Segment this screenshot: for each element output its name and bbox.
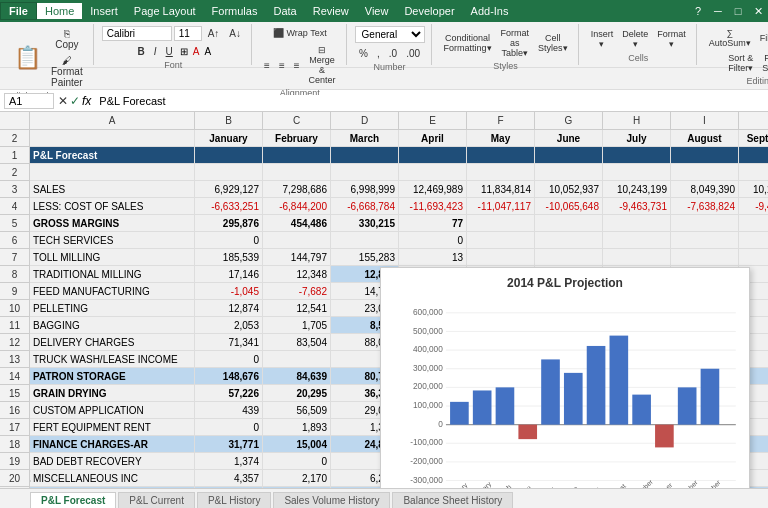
cell-r2-c3[interactable] [331, 164, 399, 181]
cell-r14-c1[interactable]: 148,676 [195, 368, 263, 385]
cell-reference-input[interactable]: A1 [4, 93, 54, 109]
font-size-input[interactable] [174, 26, 202, 41]
col-label-8[interactable]: August [671, 130, 739, 147]
tab-sales-volume-history[interactable]: Sales Volume History [273, 492, 390, 508]
cell-r5-c4[interactable]: 77 [399, 215, 467, 232]
cell-r14-c2[interactable]: 84,639 [263, 368, 331, 385]
restore-icon[interactable]: □ [728, 1, 748, 21]
cell-r1-c1[interactable] [195, 147, 263, 164]
col-header-f[interactable]: F [467, 112, 535, 130]
cell-r18-c2[interactable]: 15,004 [263, 436, 331, 453]
cell-r15-c2[interactable]: 20,295 [263, 385, 331, 402]
cell-r6-c3[interactable] [331, 232, 399, 249]
percent-button[interactable]: % [355, 46, 372, 61]
cell-r4-c3[interactable]: -6,668,784 [331, 198, 399, 215]
cell-r5-c0[interactable]: GROSS MARGINS [30, 215, 195, 232]
cell-r5-c3[interactable]: 330,215 [331, 215, 399, 232]
cell-r3-c5[interactable]: 11,834,814 [467, 181, 535, 198]
cell-r15-c1[interactable]: 57,226 [195, 385, 263, 402]
col-label-1[interactable]: January [195, 130, 263, 147]
cell-r1-c3[interactable] [331, 147, 399, 164]
find-select-button[interactable]: Find &Select▾ [758, 51, 768, 75]
cell-r2-c4[interactable] [399, 164, 467, 181]
cell-r11-c1[interactable]: 2,053 [195, 317, 263, 334]
cell-r1-c9[interactable] [739, 147, 768, 164]
number-format-select[interactable]: General Number Currency [355, 26, 425, 43]
cell-r7-c5[interactable] [467, 249, 535, 266]
cell-r21-c1[interactable]: 14,414 [195, 487, 263, 488]
col-label-3[interactable]: March [331, 130, 399, 147]
cell-r13-c2[interactable] [263, 351, 331, 368]
table-row[interactable] [30, 164, 768, 181]
cell-r4-c1[interactable]: -6,633,251 [195, 198, 263, 215]
cell-r9-c0[interactable]: FEED MANUFACTURING [30, 283, 195, 300]
cell-r12-c2[interactable]: 83,504 [263, 334, 331, 351]
font-color-button[interactable]: A [202, 46, 213, 57]
col-label-5[interactable]: May [467, 130, 535, 147]
cell-r4-c8[interactable]: -7,638,824 [671, 198, 739, 215]
cell-r2-c9[interactable] [739, 164, 768, 181]
cell-r11-c2[interactable]: 1,705 [263, 317, 331, 334]
cell-r2-c7[interactable] [603, 164, 671, 181]
cell-r20-c2[interactable]: 2,170 [263, 470, 331, 487]
confirm-formula-icon[interactable]: ✓ [70, 94, 80, 108]
fill-color-button[interactable]: A [191, 46, 202, 57]
cell-r10-c2[interactable]: 12,541 [263, 300, 331, 317]
cell-r17-c0[interactable]: FERT EQUIPMENT RENT [30, 419, 195, 436]
cell-r7-c4[interactable]: 13 [399, 249, 467, 266]
tab-pl-history[interactable]: P&L History [197, 492, 271, 508]
col-header-g[interactable]: G [535, 112, 603, 130]
cell-r7-c6[interactable] [535, 249, 603, 266]
cell-r21-c2[interactable]: 39,973 [263, 487, 331, 488]
paste-button[interactable]: 📋 [10, 43, 45, 73]
cell-r1-c5[interactable] [467, 147, 535, 164]
cell-r3-c8[interactable]: 8,049,390 [671, 181, 739, 198]
table-row[interactable]: P&L Forecast [30, 147, 768, 164]
cell-r12-c0[interactable]: DELIVERY CHARGES [30, 334, 195, 351]
cell-r4-c4[interactable]: -11,693,423 [399, 198, 467, 215]
cell-r7-c7[interactable] [603, 249, 671, 266]
cell-r6-c0[interactable]: TECH SERVICES [30, 232, 195, 249]
table-row[interactable]: GROSS MARGINS295,876454,486330,21577 [30, 215, 768, 232]
cell-r13-c1[interactable]: 0 [195, 351, 263, 368]
cell-r20-c0[interactable]: MISCELLANEOUS INC [30, 470, 195, 487]
cell-r10-c1[interactable]: 12,874 [195, 300, 263, 317]
cell-r1-c2[interactable] [263, 147, 331, 164]
cell-r4-c7[interactable]: -9,463,731 [603, 198, 671, 215]
tab-pagelayout[interactable]: Page Layout [126, 3, 204, 19]
insert-button[interactable]: Insert▾ [587, 27, 618, 51]
close-icon[interactable]: ✕ [748, 1, 768, 21]
increase-font-button[interactable]: A↑ [204, 26, 224, 41]
cell-r7-c8[interactable] [671, 249, 739, 266]
italic-button[interactable]: I [150, 44, 161, 59]
cell-r5-c9[interactable] [739, 215, 768, 232]
cell-r4-c6[interactable]: -10,065,648 [535, 198, 603, 215]
cell-r1-c7[interactable] [603, 147, 671, 164]
cell-r3-c0[interactable]: SALES [30, 181, 195, 198]
col-header-i[interactable]: I [671, 112, 739, 130]
cell-r17-c2[interactable]: 1,893 [263, 419, 331, 436]
tab-review[interactable]: Review [305, 3, 357, 19]
tab-addins[interactable]: Add-Ins [463, 3, 517, 19]
comma-button[interactable]: , [373, 46, 384, 61]
cell-r3-c6[interactable]: 10,052,937 [535, 181, 603, 198]
cell-r8-c1[interactable]: 17,146 [195, 266, 263, 283]
cancel-formula-icon[interactable]: ✕ [58, 94, 68, 108]
cell-r5-c1[interactable]: 295,876 [195, 215, 263, 232]
cell-r6-c4[interactable]: 0 [399, 232, 467, 249]
merge-center-button[interactable]: ⊟ Merge & Center [305, 43, 340, 87]
col-header-c[interactable]: C [263, 112, 331, 130]
cell-r15-c0[interactable]: GRAIN DRYING [30, 385, 195, 402]
tab-developer[interactable]: Developer [396, 3, 462, 19]
cell-r5-c5[interactable] [467, 215, 535, 232]
bold-button[interactable]: B [134, 44, 149, 59]
file-tab[interactable]: File [0, 2, 37, 20]
cell-r6-c8[interactable] [671, 232, 739, 249]
cell-r6-c7[interactable] [603, 232, 671, 249]
cell-r3-c4[interactable]: 12,469,989 [399, 181, 467, 198]
cell-r6-c6[interactable] [535, 232, 603, 249]
col-label-6[interactable]: June [535, 130, 603, 147]
cell-r9-c2[interactable]: -7,682 [263, 283, 331, 300]
col-label-7[interactable]: July [603, 130, 671, 147]
cell-r7-c3[interactable]: 155,283 [331, 249, 399, 266]
